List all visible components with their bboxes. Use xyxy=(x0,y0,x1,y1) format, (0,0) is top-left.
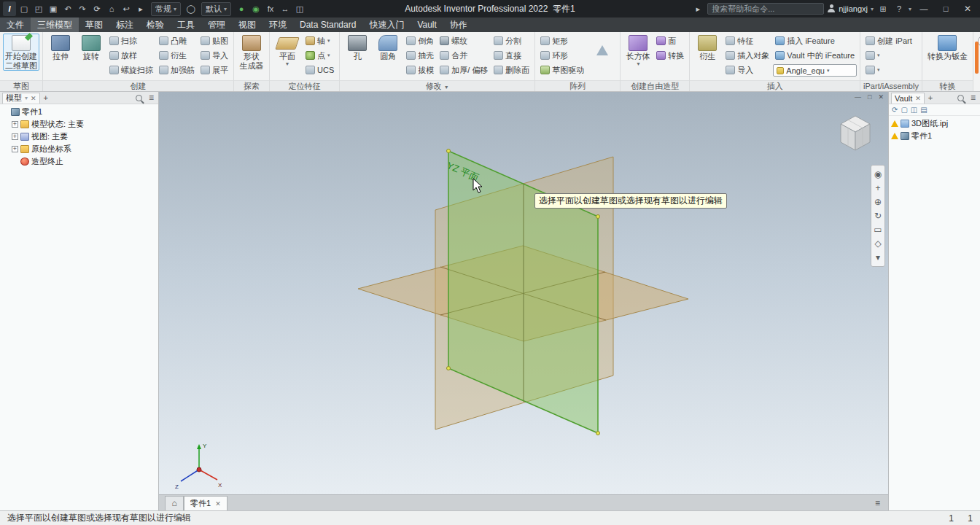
minimize-button[interactable]: — xyxy=(914,0,933,18)
group-label-work-features[interactable]: 定位特征 xyxy=(270,80,339,91)
ifeature-size-combobox[interactable]: Angle_equ ▾ xyxy=(773,64,857,77)
tree-item[interactable]: 零件1 xyxy=(0,106,158,118)
ribbon-button[interactable]: 导入 xyxy=(723,63,771,77)
ribbon-tab[interactable]: Data Standard xyxy=(293,18,362,32)
close-button[interactable]: ✕ xyxy=(958,0,977,18)
home-view-icon[interactable]: ⌂ xyxy=(105,1,118,16)
fillet-button[interactable]: 圆角 xyxy=(373,34,402,61)
ribbon-button[interactable]: 扫掠 xyxy=(107,34,155,48)
add-panel-button[interactable]: + xyxy=(42,93,50,102)
ribbon-button[interactable]: 特征 xyxy=(723,34,771,48)
sync-ok-icon[interactable]: ● xyxy=(235,1,248,16)
ribbon-button[interactable]: 分割 xyxy=(491,34,532,48)
doc-close-icon[interactable]: ✕ xyxy=(878,93,884,101)
collaborate-icon[interactable]: ◫ xyxy=(293,1,306,16)
close-icon[interactable]: ✕ xyxy=(215,500,221,508)
tab-list-icon[interactable]: ≡ xyxy=(873,496,882,510)
ribbon-tab[interactable]: 检验 xyxy=(140,18,171,32)
ribbon-button[interactable]: 插入对象 xyxy=(723,48,771,63)
ribbon-button[interactable]: 轴▾ xyxy=(303,34,336,48)
ribbon-tab[interactable]: 三维模型 xyxy=(31,18,79,32)
ribbon-tab[interactable]: 标注 xyxy=(109,18,140,32)
ribbon-button[interactable]: 矩形 xyxy=(538,34,586,48)
search-icon[interactable] xyxy=(957,95,964,101)
look-at-icon[interactable]: ▭ xyxy=(874,225,882,234)
ribbon-button[interactable]: 直接 xyxy=(491,48,532,63)
select-dropdown-icon[interactable]: ▸ xyxy=(134,1,147,16)
tree-item[interactable]: + 视图: 主要 xyxy=(0,131,158,143)
tree-item[interactable]: + 模型状态: 主要 xyxy=(0,118,158,131)
group-label-ipart[interactable]: iPart/iAssembly xyxy=(860,80,922,91)
ribbon-tab[interactable]: 快速入门 xyxy=(362,18,411,32)
group-label-create[interactable]: 创建 xyxy=(43,80,233,91)
ribbon-button[interactable]: 创建 iPart xyxy=(863,34,914,48)
menu-icon[interactable]: ≡ xyxy=(968,93,978,103)
add-panel-button[interactable]: + xyxy=(926,93,935,102)
ribbon-button[interactable]: 拔模 xyxy=(404,63,436,77)
document-tab[interactable]: 零件1 ✕ xyxy=(184,496,228,510)
redo-icon[interactable]: ↷ xyxy=(76,1,89,16)
work-plane-button[interactable]: 平面 ▼ xyxy=(273,34,302,66)
fx-parameters-icon[interactable]: fx xyxy=(264,1,277,16)
group-label-pattern[interactable]: 阵列 xyxy=(535,80,620,91)
close-icon[interactable]: ✕ xyxy=(31,95,36,102)
ribbon-button[interactable]: 贴图 xyxy=(198,34,230,48)
derive-button[interactable]: 衍生 xyxy=(693,34,722,61)
ribbon-button[interactable]: 倒角 xyxy=(404,34,436,48)
cart-icon[interactable]: ⊞ xyxy=(876,1,890,16)
ribbon-tab[interactable]: 协作 xyxy=(443,18,474,32)
ribbon-button[interactable]: 删除面 xyxy=(491,63,532,77)
upload-status-icon[interactable]: ◉ xyxy=(249,1,262,16)
doc-minimize-icon[interactable]: — xyxy=(855,93,861,101)
group-label-insert[interactable]: 插入 xyxy=(690,80,860,91)
view-face-icon[interactable]: ◇ xyxy=(874,239,881,248)
expander-icon[interactable]: + xyxy=(12,121,18,128)
group-label-convert[interactable]: 转换 xyxy=(922,80,973,91)
update-icon[interactable]: ⟳ xyxy=(90,1,104,16)
undo-icon[interactable]: ↶ xyxy=(61,1,74,16)
group-label-explore[interactable]: 探索 xyxy=(234,80,269,91)
chevron-down-icon[interactable]: ▾ xyxy=(909,6,911,12)
new-doc-icon[interactable]: ▢ xyxy=(901,106,907,114)
ribbon-button[interactable]: Vault 中的 iFeature xyxy=(773,48,857,63)
new-file-icon[interactable]: ▢ xyxy=(18,1,31,16)
extrude-button[interactable]: 拉伸 xyxy=(46,34,75,61)
ribbon-button[interactable]: 凸雕 xyxy=(157,34,197,48)
menu-icon[interactable]: ≡ xyxy=(147,93,156,103)
return-icon[interactable]: ↩ xyxy=(120,1,133,16)
copy-icon[interactable]: ◫ xyxy=(911,106,917,114)
more-tools-icon[interactable]: ▾ xyxy=(876,253,880,262)
help-search-input[interactable]: 搜索帮助和命令... xyxy=(707,3,824,15)
convert-to-sheetmetal-button[interactable]: 转换为钣金 xyxy=(925,34,970,61)
close-icon[interactable]: ✕ xyxy=(915,95,921,102)
hole-button[interactable]: 孔 xyxy=(343,34,372,61)
ribbon-tab[interactable]: 文件 xyxy=(0,18,31,32)
ribbon-tab[interactable]: Vault xyxy=(411,18,443,32)
ribbon-button[interactable]: 衍生 xyxy=(157,48,197,63)
ribbon-button[interactable]: 转换 xyxy=(654,48,686,63)
group-label-sketch[interactable]: 草图 xyxy=(0,80,42,91)
doc-restore-icon[interactable]: □ xyxy=(868,93,871,101)
view-cube[interactable] xyxy=(831,109,879,158)
zoom-icon[interactable]: ⊕ xyxy=(874,198,882,206)
pan-icon[interactable]: + xyxy=(875,184,880,192)
vault-tab[interactable]: Vault ✕ xyxy=(891,93,925,104)
ribbon-button[interactable]: 加强筋 xyxy=(157,63,197,77)
ribbon-tab[interactable]: 工具 xyxy=(171,18,201,32)
expander-icon[interactable]: + xyxy=(12,133,18,140)
start-2d-sketch-button[interactable]: 开始创建 二维草图 xyxy=(3,34,39,71)
ribbon-tab[interactable]: 草图 xyxy=(79,18,109,32)
material-dropdown[interactable]: 常规▾ xyxy=(151,2,181,16)
ribbon-tab[interactable]: 环境 xyxy=(262,18,293,32)
restore-button[interactable]: □ xyxy=(936,0,955,18)
open-icon[interactable]: ◰ xyxy=(32,1,45,16)
vault-item[interactable]: 零件1 xyxy=(889,130,980,142)
tree-item[interactable]: + 原始坐标系 xyxy=(0,143,158,155)
ribbon-button[interactable]: 导入 xyxy=(198,48,230,63)
revolve-button[interactable]: 旋转 xyxy=(77,34,106,61)
orbit-icon[interactable]: ↻ xyxy=(874,211,882,220)
ribbon-button[interactable]: 加厚/ 偏移 xyxy=(438,63,490,77)
ribbon-button[interactable]: 放样 xyxy=(107,48,155,63)
ribbon-button[interactable]: ▾ xyxy=(863,48,914,63)
globe-icon[interactable]: ◯ xyxy=(184,1,198,16)
